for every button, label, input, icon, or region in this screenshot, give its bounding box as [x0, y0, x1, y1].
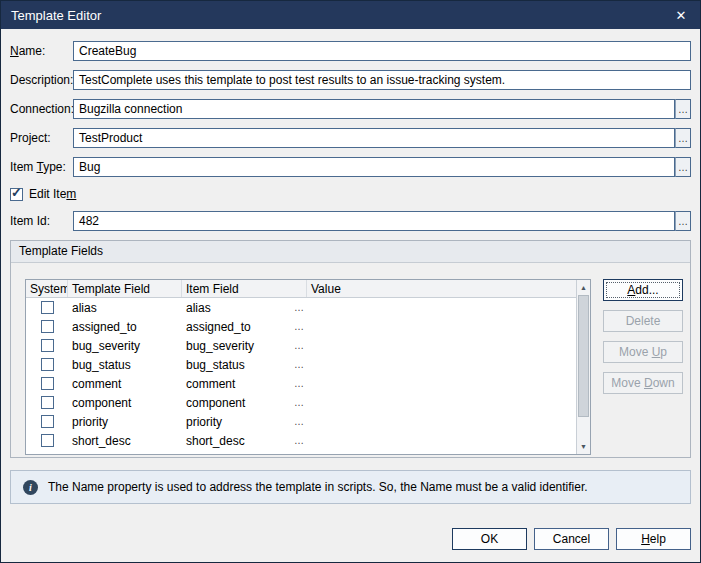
system-checkbox[interactable]: [41, 396, 54, 409]
item-field-cell: priority: [186, 415, 222, 429]
edit-item-row: ✓ Edit Item: [10, 186, 691, 202]
item-field-ellipsis-button[interactable]: …: [294, 359, 307, 370]
check-icon: ✓: [11, 185, 22, 200]
item-field-ellipsis-button[interactable]: …: [294, 340, 307, 351]
system-checkbox[interactable]: [41, 339, 54, 352]
window-title: Template Editor: [11, 8, 101, 23]
item-field-cell: short_desc: [186, 434, 245, 448]
template-field-cell: bug_status: [68, 358, 182, 372]
item-field-cell: component: [186, 396, 245, 410]
delete-button[interactable]: Delete: [603, 310, 683, 332]
move-up-button[interactable]: Move Up: [603, 341, 683, 363]
connection-input[interactable]: Bugzilla connection: [73, 99, 675, 119]
titlebar[interactable]: Template Editor ✕: [1, 1, 700, 29]
table-buttons: Add... Delete Move Up Move Down: [603, 279, 683, 394]
name-input[interactable]: CreateBug: [73, 41, 691, 61]
column-header-system[interactable]: System: [26, 280, 68, 297]
table-row[interactable]: bug_severity bug_severity…: [26, 336, 576, 355]
system-checkbox[interactable]: [41, 358, 54, 371]
connection-field-row: Connection: Bugzilla connection …: [10, 99, 691, 119]
template-field-cell: comment: [68, 377, 182, 391]
cancel-button[interactable]: Cancel: [534, 528, 609, 550]
dialog-body: Name: CreateBug Description: TestComplet…: [1, 29, 700, 560]
table-body: alias alias… assigned_to assigned_to…: [26, 298, 576, 453]
table-row[interactable]: component component…: [26, 393, 576, 412]
project-label: Project:: [10, 131, 73, 145]
item-field-cell: assigned_to: [186, 320, 251, 334]
item-field-cell: bug_status: [186, 358, 245, 372]
item-id-field-row: Item Id: 482 …: [10, 211, 691, 231]
close-icon[interactable]: ✕: [668, 4, 694, 26]
name-label: Name:: [10, 44, 73, 58]
item-field-cell: bug_severity: [186, 339, 254, 353]
description-field-row: Description: TestComplete uses this temp…: [10, 70, 691, 90]
connection-label: Connection:: [10, 102, 73, 116]
table-row[interactable]: bug_status bug_status…: [26, 355, 576, 374]
template-fields-group: Template Fields System Template Field It…: [10, 240, 691, 458]
ok-button[interactable]: OK: [452, 528, 527, 550]
table-header: System Template Field Item Field Value: [26, 280, 576, 298]
column-header-item-field[interactable]: Item Field: [182, 280, 307, 297]
template-fields-group-title: Template Fields: [11, 241, 690, 263]
item-field-ellipsis-button[interactable]: …: [294, 416, 307, 427]
item-field-ellipsis-button[interactable]: …: [294, 302, 307, 313]
template-field-cell: short_desc: [68, 434, 182, 448]
template-fields-group-content: System Template Field Item Field Value a…: [11, 263, 690, 457]
item-type-input[interactable]: Bug: [73, 157, 675, 177]
move-down-button[interactable]: Move Down: [603, 372, 683, 394]
footer-buttons: OK Cancel Help: [452, 528, 691, 550]
item-field-ellipsis-button[interactable]: …: [294, 435, 307, 446]
project-input[interactable]: TestProduct: [73, 128, 675, 148]
item-field-ellipsis-button[interactable]: …: [294, 378, 307, 389]
info-bar: i The Name property is used to address t…: [10, 470, 691, 504]
table-row[interactable]: alias alias…: [26, 298, 576, 317]
template-editor-dialog: Template Editor ✕ Name: CreateBug Descri…: [0, 0, 701, 563]
template-field-cell: assigned_to: [68, 320, 182, 334]
add-button[interactable]: Add...: [603, 279, 683, 301]
item-id-input[interactable]: 482: [73, 211, 675, 231]
name-field-row: Name: CreateBug: [10, 41, 691, 61]
info-icon: i: [23, 480, 38, 495]
item-field-cell: alias: [186, 301, 211, 315]
table-row-partial[interactable]: [26, 450, 576, 453]
edit-item-checkbox[interactable]: ✓: [10, 188, 23, 201]
system-checkbox[interactable]: [41, 377, 54, 390]
table-row[interactable]: short_desc short_desc…: [26, 431, 576, 450]
table-row[interactable]: assigned_to assigned_to…: [26, 317, 576, 336]
column-header-value[interactable]: Value: [307, 280, 576, 297]
table-row[interactable]: priority priority…: [26, 412, 576, 431]
item-type-browse-button[interactable]: …: [675, 157, 691, 177]
item-field-ellipsis-button[interactable]: …: [294, 397, 307, 408]
info-text: The Name property is used to address the…: [48, 480, 588, 494]
system-checkbox[interactable]: [41, 415, 54, 428]
vertical-scrollbar[interactable]: ▲ ▼: [576, 280, 590, 454]
template-fields-table: System Template Field Item Field Value a…: [25, 279, 591, 455]
project-browse-button[interactable]: …: [675, 128, 691, 148]
template-field-cell: bug_severity: [68, 339, 182, 353]
item-type-label: Item Type:: [10, 160, 73, 174]
template-field-cell: priority: [68, 415, 182, 429]
item-id-label: Item Id:: [10, 214, 73, 228]
scroll-up-icon[interactable]: ▲: [577, 280, 590, 295]
description-input[interactable]: TestComplete uses this template to post …: [73, 70, 691, 90]
system-checkbox[interactable]: [41, 434, 54, 447]
template-field-cell: component: [68, 396, 182, 410]
item-field-cell: comment: [186, 377, 235, 391]
project-field-row: Project: TestProduct …: [10, 128, 691, 148]
scrollbar-thumb[interactable]: [578, 295, 589, 417]
system-checkbox[interactable]: [41, 301, 54, 314]
table-row[interactable]: comment comment…: [26, 374, 576, 393]
edit-item-label: Edit Item: [29, 187, 76, 201]
item-id-browse-button[interactable]: …: [675, 211, 691, 231]
system-checkbox[interactable]: [41, 320, 54, 333]
connection-browse-button[interactable]: …: [675, 99, 691, 119]
item-field-ellipsis-button[interactable]: …: [294, 321, 307, 332]
item-type-field-row: Item Type: Bug …: [10, 157, 691, 177]
column-header-template-field[interactable]: Template Field: [68, 280, 182, 297]
scroll-down-icon[interactable]: ▼: [577, 439, 590, 454]
help-button[interactable]: Help: [616, 528, 691, 550]
description-label: Description:: [10, 73, 73, 87]
template-field-cell: alias: [68, 301, 182, 315]
